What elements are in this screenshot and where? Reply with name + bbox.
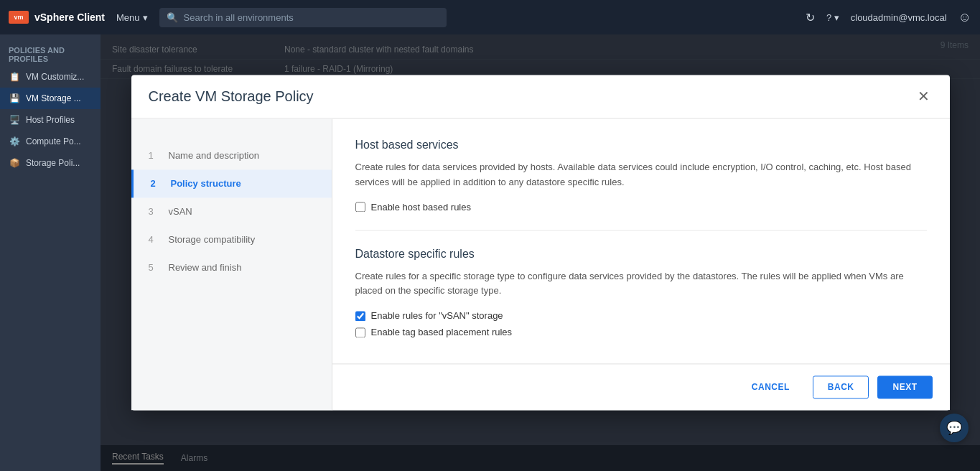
close-button[interactable]: ✕ [915, 86, 933, 106]
refresh-icon[interactable]: ↻ [806, 11, 815, 24]
wizard-step-4[interactable]: 4 Storage compatibility [131, 225, 332, 253]
host-based-desc: Create rules for data services provided … [355, 160, 927, 190]
help-icon[interactable]: ? ▾ [826, 12, 839, 23]
step-3-label: vSAN [169, 206, 192, 217]
chevron-down-icon: ▾ [143, 12, 148, 23]
enable-host-rules-checkbox[interactable] [355, 202, 365, 212]
enable-host-rules-label[interactable]: Enable host based rules [371, 202, 471, 213]
dialog-body: 1 Name and description 2 Policy structur… [131, 118, 950, 410]
sidebar-section-label: Policies and Profiles [0, 40, 101, 66]
search-icon: 🔍 [167, 12, 178, 23]
vm-customize-icon: 📋 [9, 71, 20, 83]
sidebar-item-vm-storage-label: VM Storage ... [26, 93, 81, 103]
compute-po-icon: ⚙️ [9, 136, 20, 147]
menu-button[interactable]: Menu ▾ [116, 12, 148, 23]
vm-logo-icon: vm [9, 11, 29, 24]
dialog-header: Create VM Storage Policy ✕ [131, 75, 950, 118]
app-logo: vm vSphere Client [9, 11, 105, 24]
wizard-step-3[interactable]: 3 vSAN [131, 197, 332, 225]
sidebar-item-host-profiles-label: Host Profiles [26, 115, 75, 125]
step-4-num: 4 [149, 234, 160, 245]
wizard-step-1[interactable]: 1 Name and description [131, 141, 332, 169]
app-title: vSphere Client [34, 11, 105, 23]
datastore-title: Datastore specific rules [355, 248, 927, 261]
tag-based-checkbox-row: Enable tag based placement rules [355, 327, 927, 338]
enable-tag-based-checkbox[interactable] [355, 327, 365, 337]
wizard-step-5[interactable]: 5 Review and finish [131, 253, 332, 281]
wizard-sidebar: 1 Name and description 2 Policy structur… [131, 118, 332, 410]
step-5-label: Review and finish [169, 262, 242, 273]
enable-vsan-rules-checkbox[interactable] [355, 311, 365, 321]
main-layout: Policies and Profiles 📋 VM Customiz... 💾… [0, 34, 980, 471]
main-content: Site disaster tolerance None - standard … [101, 34, 980, 471]
search-bar[interactable]: 🔍 Search in all environments [159, 8, 447, 27]
dialog-footer: CANCEL BACK NEXT [332, 364, 950, 411]
next-button[interactable]: NEXT [877, 376, 932, 399]
dialog-title: Create VM Storage Policy [149, 88, 314, 105]
create-policy-dialog: Create VM Storage Policy ✕ 1 Name and de… [131, 75, 950, 410]
sidebar-item-host-profiles[interactable]: 🖥️ Host Profiles [0, 109, 101, 131]
wizard-step-2[interactable]: 2 Policy structure [131, 169, 332, 197]
host-based-checkbox-row: Enable host based rules [355, 202, 927, 213]
step-1-num: 1 [149, 150, 160, 161]
sidebar-item-vm-customize[interactable]: 📋 VM Customiz... [0, 66, 101, 88]
vsan-rules-checkbox-row: Enable rules for "vSAN" storage [355, 311, 927, 322]
enable-tag-based-label[interactable]: Enable tag based placement rules [371, 327, 513, 338]
dialog-panel: Host based services Create rules for dat… [332, 118, 950, 410]
cancel-button[interactable]: CANCEL [737, 377, 804, 398]
chat-button[interactable]: 💬 [940, 414, 969, 442]
step-2-num: 2 [151, 178, 162, 189]
sidebar-item-compute-po[interactable]: ⚙️ Compute Po... [0, 131, 101, 152]
user-menu[interactable]: cloudadmin@vmc.local [851, 12, 947, 23]
datastore-desc: Create rules for a specific storage type… [355, 269, 927, 299]
sidebar-item-storage-poli[interactable]: 📦 Storage Poli... [0, 152, 101, 174]
host-profiles-icon: 🖥️ [9, 114, 20, 126]
topbar-actions: ↻ ? ▾ cloudadmin@vmc.local ☺ [806, 10, 971, 25]
sidebar: Policies and Profiles 📋 VM Customiz... 💾… [0, 34, 101, 471]
step-5-num: 5 [149, 262, 160, 273]
sidebar-item-vm-storage[interactable]: 💾 VM Storage ... [0, 88, 101, 109]
topbar: vm vSphere Client Menu ▾ 🔍 Search in all… [0, 0, 980, 34]
back-button[interactable]: BACK [813, 376, 869, 399]
sidebar-item-vm-customize-label: VM Customiz... [26, 72, 84, 82]
section-divider [355, 230, 927, 230]
dialog-content-area: Host based services Create rules for dat… [332, 118, 950, 363]
step-2-label: Policy structure [171, 178, 241, 189]
host-based-title: Host based services [355, 139, 927, 151]
smiley-icon[interactable]: ☺ [958, 10, 971, 25]
storage-poli-icon: 📦 [9, 157, 20, 169]
search-placeholder: Search in all environments [184, 12, 294, 23]
enable-vsan-rules-label[interactable]: Enable rules for "vSAN" storage [371, 311, 503, 322]
vm-storage-icon: 💾 [9, 93, 20, 104]
step-4-label: Storage compatibility [169, 234, 256, 245]
sidebar-item-compute-po-label: Compute Po... [26, 136, 81, 146]
sidebar-item-storage-poli-label: Storage Poli... [26, 158, 80, 168]
step-3-num: 3 [149, 206, 160, 217]
step-1-label: Name and description [169, 150, 259, 161]
